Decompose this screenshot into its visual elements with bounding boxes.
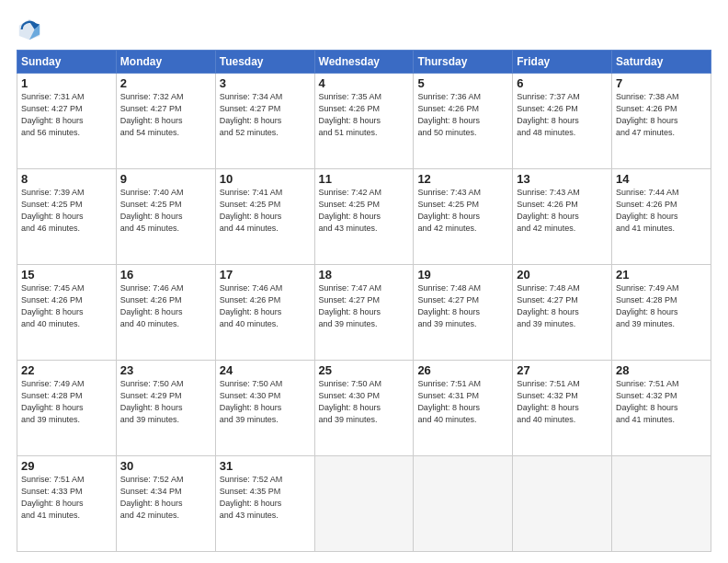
logo-icon [17,17,42,42]
day-number: 17 [220,268,311,282]
weekday-header-monday: Monday [116,51,215,74]
day-info: Sunrise: 7:40 AM Sunset: 4:25 PM Dayligh… [120,187,211,235]
day-number: 12 [417,172,508,186]
day-info: Sunrise: 7:32 AM Sunset: 4:27 PM Dayligh… [120,91,211,139]
calendar-cell [314,456,414,552]
day-info: Sunrise: 7:43 AM Sunset: 4:25 PM Dayligh… [417,187,508,235]
day-number: 16 [120,268,211,282]
day-number: 24 [220,363,311,377]
calendar-week-3: 15Sunrise: 7:45 AM Sunset: 4:26 PM Dayli… [17,265,711,361]
day-info: Sunrise: 7:43 AM Sunset: 4:26 PM Dayligh… [517,187,608,235]
calendar-cell: 21Sunrise: 7:49 AM Sunset: 4:28 PM Dayli… [612,265,711,361]
calendar-cell: 29Sunrise: 7:51 AM Sunset: 4:33 PM Dayli… [17,456,117,552]
day-info: Sunrise: 7:38 AM Sunset: 4:26 PM Dayligh… [616,91,707,139]
page: SundayMondayTuesdayWednesdayThursdayFrid… [0,0,728,563]
day-number: 9 [120,172,211,186]
day-info: Sunrise: 7:51 AM Sunset: 4:31 PM Dayligh… [417,378,508,426]
calendar-cell: 30Sunrise: 7:52 AM Sunset: 4:34 PM Dayli… [116,456,215,552]
calendar-cell: 1Sunrise: 7:31 AM Sunset: 4:27 PM Daylig… [17,74,117,169]
calendar-cell: 24Sunrise: 7:50 AM Sunset: 4:30 PM Dayli… [215,361,314,456]
day-number: 6 [517,76,608,90]
calendar-cell: 8Sunrise: 7:39 AM Sunset: 4:25 PM Daylig… [17,169,117,265]
calendar-cell [414,456,513,552]
calendar-cell: 3Sunrise: 7:34 AM Sunset: 4:27 PM Daylig… [215,74,314,169]
day-number: 1 [21,76,112,90]
calendar-cell: 11Sunrise: 7:42 AM Sunset: 4:25 PM Dayli… [314,169,414,265]
calendar-week-1: 1Sunrise: 7:31 AM Sunset: 4:27 PM Daylig… [17,74,711,169]
calendar-week-2: 8Sunrise: 7:39 AM Sunset: 4:25 PM Daylig… [17,169,711,265]
day-info: Sunrise: 7:31 AM Sunset: 4:27 PM Dayligh… [21,91,112,139]
day-number: 22 [21,363,112,377]
day-number: 19 [417,268,508,282]
calendar-cell: 16Sunrise: 7:46 AM Sunset: 4:26 PM Dayli… [116,265,215,361]
weekday-header-thursday: Thursday [414,51,513,74]
calendar-cell: 13Sunrise: 7:43 AM Sunset: 4:26 PM Dayli… [513,169,612,265]
day-number: 28 [616,363,707,377]
calendar-week-4: 22Sunrise: 7:49 AM Sunset: 4:28 PM Dayli… [17,361,711,456]
day-number: 8 [21,172,112,186]
day-number: 7 [616,76,707,90]
day-info: Sunrise: 7:51 AM Sunset: 4:32 PM Dayligh… [616,378,707,426]
calendar-cell: 4Sunrise: 7:35 AM Sunset: 4:26 PM Daylig… [314,74,414,169]
calendar-cell: 10Sunrise: 7:41 AM Sunset: 4:25 PM Dayli… [215,169,314,265]
day-info: Sunrise: 7:47 AM Sunset: 4:27 PM Dayligh… [319,282,410,330]
day-info: Sunrise: 7:45 AM Sunset: 4:26 PM Dayligh… [21,282,112,330]
day-info: Sunrise: 7:49 AM Sunset: 4:28 PM Dayligh… [21,378,112,426]
day-info: Sunrise: 7:46 AM Sunset: 4:26 PM Dayligh… [220,282,311,330]
day-info: Sunrise: 7:46 AM Sunset: 4:26 PM Dayligh… [120,282,211,330]
weekday-header-tuesday: Tuesday [215,51,314,74]
calendar-cell: 7Sunrise: 7:38 AM Sunset: 4:26 PM Daylig… [612,74,711,169]
calendar-cell [612,456,711,552]
calendar-cell: 5Sunrise: 7:36 AM Sunset: 4:26 PM Daylig… [414,74,513,169]
weekday-header-saturday: Saturday [612,51,711,74]
calendar-cell: 23Sunrise: 7:50 AM Sunset: 4:29 PM Dayli… [116,361,215,456]
calendar-cell: 15Sunrise: 7:45 AM Sunset: 4:26 PM Dayli… [17,265,117,361]
day-number: 2 [120,76,211,90]
day-number: 15 [21,268,112,282]
day-number: 10 [220,172,311,186]
day-number: 27 [517,363,608,377]
day-info: Sunrise: 7:51 AM Sunset: 4:33 PM Dayligh… [21,474,112,522]
day-info: Sunrise: 7:50 AM Sunset: 4:30 PM Dayligh… [220,378,311,426]
calendar-cell: 12Sunrise: 7:43 AM Sunset: 4:25 PM Dayli… [414,169,513,265]
calendar-cell: 27Sunrise: 7:51 AM Sunset: 4:32 PM Dayli… [513,361,612,456]
weekday-header-row: SundayMondayTuesdayWednesdayThursdayFrid… [17,51,711,74]
day-info: Sunrise: 7:49 AM Sunset: 4:28 PM Dayligh… [616,282,707,330]
logo [17,17,46,42]
day-info: Sunrise: 7:35 AM Sunset: 4:26 PM Dayligh… [319,91,410,139]
day-info: Sunrise: 7:36 AM Sunset: 4:26 PM Dayligh… [417,91,508,139]
day-info: Sunrise: 7:42 AM Sunset: 4:25 PM Dayligh… [319,187,410,235]
day-number: 21 [616,268,707,282]
calendar-cell: 20Sunrise: 7:48 AM Sunset: 4:27 PM Dayli… [513,265,612,361]
day-number: 11 [319,172,410,186]
calendar-week-5: 29Sunrise: 7:51 AM Sunset: 4:33 PM Dayli… [17,456,711,552]
calendar-cell: 14Sunrise: 7:44 AM Sunset: 4:26 PM Dayli… [612,169,711,265]
day-info: Sunrise: 7:48 AM Sunset: 4:27 PM Dayligh… [417,282,508,330]
day-info: Sunrise: 7:44 AM Sunset: 4:26 PM Dayligh… [616,187,707,235]
calendar: SundayMondayTuesdayWednesdayThursdayFrid… [17,50,711,552]
calendar-cell: 26Sunrise: 7:51 AM Sunset: 4:31 PM Dayli… [414,361,513,456]
calendar-cell: 9Sunrise: 7:40 AM Sunset: 4:25 PM Daylig… [116,169,215,265]
day-info: Sunrise: 7:50 AM Sunset: 4:30 PM Dayligh… [319,378,410,426]
day-number: 31 [220,459,311,473]
calendar-cell: 2Sunrise: 7:32 AM Sunset: 4:27 PM Daylig… [116,74,215,169]
weekday-header-sunday: Sunday [17,51,117,74]
calendar-cell [513,456,612,552]
calendar-cell: 6Sunrise: 7:37 AM Sunset: 4:26 PM Daylig… [513,74,612,169]
day-info: Sunrise: 7:50 AM Sunset: 4:29 PM Dayligh… [120,378,211,426]
day-number: 5 [417,76,508,90]
calendar-cell: 31Sunrise: 7:52 AM Sunset: 4:35 PM Dayli… [215,456,314,552]
day-info: Sunrise: 7:37 AM Sunset: 4:26 PM Dayligh… [517,91,608,139]
weekday-header-friday: Friday [513,51,612,74]
calendar-cell: 17Sunrise: 7:46 AM Sunset: 4:26 PM Dayli… [215,265,314,361]
calendar-cell: 25Sunrise: 7:50 AM Sunset: 4:30 PM Dayli… [314,361,414,456]
day-number: 30 [120,459,211,473]
day-number: 23 [120,363,211,377]
day-number: 29 [21,459,112,473]
day-number: 14 [616,172,707,186]
day-number: 13 [517,172,608,186]
day-number: 4 [319,76,410,90]
day-number: 18 [319,268,410,282]
day-info: Sunrise: 7:52 AM Sunset: 4:35 PM Dayligh… [220,474,311,522]
day-number: 26 [417,363,508,377]
